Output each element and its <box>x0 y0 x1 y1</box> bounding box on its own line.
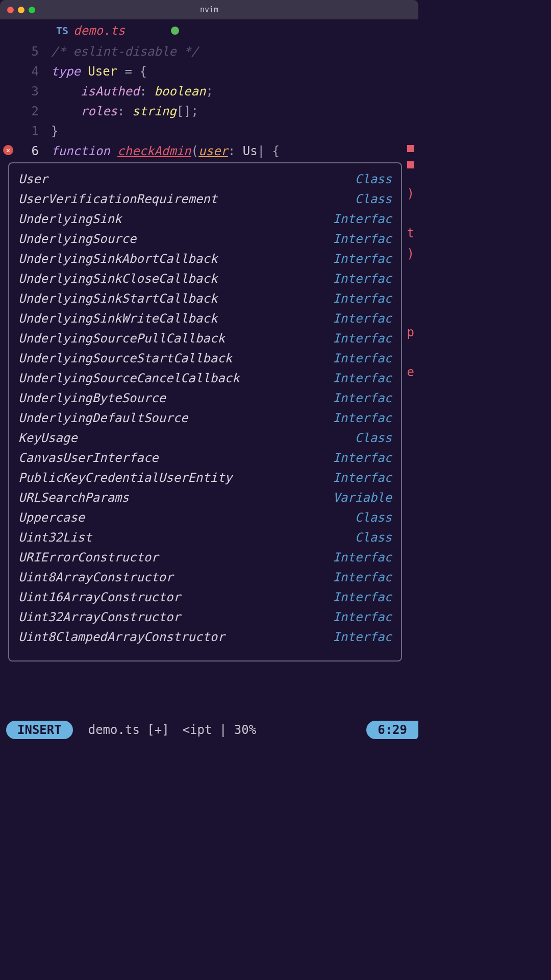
cursor-position: 6:29 <box>366 721 418 739</box>
mode-indicator: INSERT <box>6 721 73 739</box>
completion-item[interactable]: UnderlyingSourceStartCallbackInterfac <box>18 349 392 369</box>
error-icon[interactable]: ✕ <box>3 145 13 155</box>
completion-kind: Interfac <box>333 369 392 388</box>
completion-name: UnderlyingSinkWriteCallback <box>18 309 217 329</box>
code-content[interactable]: function checkAdmin(user: Us| { <box>51 141 418 161</box>
completion-item[interactable]: Uint8ArrayConstructorInterfac <box>18 568 392 587</box>
completion-name: UserVerificationRequirement <box>18 189 217 209</box>
code-line[interactable]: 5/* eslint-disable */ <box>0 42 418 62</box>
completion-name: Uint32List <box>18 528 92 548</box>
completion-kind: Interfac <box>333 408 392 428</box>
completion-name: UnderlyingSource <box>18 229 136 249</box>
completion-item[interactable]: KeyUsageClass <box>18 428 392 448</box>
completion-item[interactable]: UnderlyingSinkStartCallbackInterfac <box>18 289 392 309</box>
completion-item[interactable]: UnderlyingSourceCancelCallbackInterfac <box>18 369 392 388</box>
completion-kind: Class <box>355 189 392 209</box>
overflow-char: t <box>407 224 414 243</box>
completion-kind: Interfac <box>333 349 392 369</box>
completion-kind: Class <box>355 528 392 548</box>
completion-name: UnderlyingSinkStartCallback <box>18 289 217 309</box>
completion-kind: Interfac <box>333 388 392 408</box>
code-line[interactable]: 1} <box>0 121 418 141</box>
completion-name: PublicKeyCredentialUserEntity <box>18 468 232 488</box>
status-filetype: <ipt | 30% <box>183 723 257 737</box>
overflow-char: e <box>407 362 414 382</box>
completion-item[interactable]: UserVerificationRequirementClass <box>18 189 392 209</box>
completion-name: UnderlyingByteSource <box>18 388 166 408</box>
overflow-char: p <box>407 323 414 342</box>
completion-item[interactable]: UnderlyingSourceInterfac <box>18 229 392 249</box>
overflow-char: ) <box>407 244 414 264</box>
code-content[interactable]: type User = { <box>51 62 418 82</box>
code-content[interactable]: roles: string[]; <box>51 102 418 121</box>
completion-name: Uint16ArrayConstructor <box>18 587 181 607</box>
code-content[interactable]: isAuthed: boolean; <box>51 82 418 102</box>
completion-item[interactable]: Uint8ClampedArrayConstructorInterfac <box>18 627 392 647</box>
completion-item[interactable]: CanvasUserInterfaceInterfac <box>18 448 392 468</box>
completion-item[interactable]: UnderlyingByteSourceInterfac <box>18 388 392 408</box>
completion-item[interactable]: Uint32ListClass <box>18 528 392 548</box>
gutter-margin: ✕ <box>0 41 16 155</box>
tab-filename: demo.ts <box>73 23 125 38</box>
completion-item[interactable]: Uint16ArrayConstructorInterfac <box>18 587 392 607</box>
completion-name: URIErrorConstructor <box>18 548 159 568</box>
completion-name: UnderlyingSourceStartCallback <box>18 349 232 369</box>
completion-item[interactable]: UserClass <box>18 169 392 189</box>
minimize-icon[interactable] <box>18 7 24 13</box>
tab-demo-ts[interactable]: TS demo.ts <box>56 23 179 38</box>
completion-item[interactable]: UnderlyingSourcePullCallbackInterfac <box>18 329 392 349</box>
close-icon[interactable] <box>7 7 14 13</box>
completion-name: KeyUsage <box>18 428 78 448</box>
tabbar: TS demo.ts <box>0 19 418 41</box>
completion-item[interactable]: UppercaseClass <box>18 508 392 528</box>
completion-item[interactable]: UnderlyingSinkAbortCallbackInterfac <box>18 249 392 269</box>
completion-kind: Interfac <box>333 329 392 349</box>
code-content[interactable]: } <box>51 121 418 141</box>
completion-name: UnderlyingSinkCloseCallback <box>18 269 217 289</box>
completion-kind: Interfac <box>333 209 392 229</box>
completion-name: Uint8ArrayConstructor <box>18 568 173 587</box>
code-line[interactable]: 4type User = { <box>0 62 418 82</box>
completion-popup[interactable]: UserClassUserVerificationRequirementClas… <box>8 162 402 662</box>
completion-kind: Class <box>355 169 392 189</box>
completion-kind: Variable <box>333 488 392 508</box>
completion-name: Uppercase <box>18 508 85 528</box>
code-line[interactable]: 6function checkAdmin(user: Us| { <box>0 141 418 161</box>
completion-name: UnderlyingDefaultSource <box>18 408 188 428</box>
code-content[interactable]: /* eslint-disable */ <box>51 42 418 62</box>
completion-kind: Interfac <box>333 289 392 309</box>
error-marker-icon <box>407 161 414 168</box>
completion-name: UnderlyingSourceCancelCallback <box>18 369 239 388</box>
completion-name: UnderlyingSink <box>18 209 121 229</box>
maximize-icon[interactable] <box>29 7 35 13</box>
completion-name: CanvasUserInterface <box>18 448 159 468</box>
editor-area[interactable]: ✕ 5/* eslint-disable */4type User = {3 i… <box>0 41 418 720</box>
completion-name: User <box>18 169 48 189</box>
completion-item[interactable]: UnderlyingSinkWriteCallbackInterfac <box>18 309 392 329</box>
statusbar: INSERT demo.ts [+] <ipt | 30% 6:29 <box>0 720 418 740</box>
completion-item[interactable]: UnderlyingDefaultSourceInterfac <box>18 408 392 428</box>
titlebar: nvim <box>0 0 418 19</box>
completion-item[interactable]: URLSearchParamsVariable <box>18 488 392 508</box>
completion-name: Uint32ArrayConstructor <box>18 607 181 627</box>
completion-item[interactable]: Uint32ArrayConstructorInterfac <box>18 607 392 627</box>
scrollbar-markers <box>407 145 414 168</box>
completion-item[interactable]: UnderlyingSinkCloseCallbackInterfac <box>18 269 392 289</box>
completion-name: UnderlyingSourcePullCallback <box>18 329 225 349</box>
completion-item[interactable]: PublicKeyCredentialUserEntityInterfac <box>18 468 392 488</box>
completion-kind: Interfac <box>333 548 392 568</box>
code-line[interactable]: 3 isAuthed: boolean; <box>0 82 418 102</box>
completion-kind: Class <box>355 428 392 448</box>
completion-kind: Interfac <box>333 468 392 488</box>
code-line[interactable]: 2 roles: string[]; <box>0 102 418 121</box>
completion-item[interactable]: UnderlyingSinkInterfac <box>18 209 392 229</box>
completion-item[interactable]: URIErrorConstructorInterfac <box>18 548 392 568</box>
completion-kind: Interfac <box>333 627 392 647</box>
traffic-lights <box>7 7 35 13</box>
completion-name: URLSearchParams <box>18 488 129 508</box>
completion-kind: Interfac <box>333 607 392 627</box>
completion-kind: Interfac <box>333 587 392 607</box>
completion-name: UnderlyingSinkAbortCallback <box>18 249 217 269</box>
overflow-char: ) <box>407 184 414 204</box>
completion-kind: Interfac <box>333 269 392 289</box>
